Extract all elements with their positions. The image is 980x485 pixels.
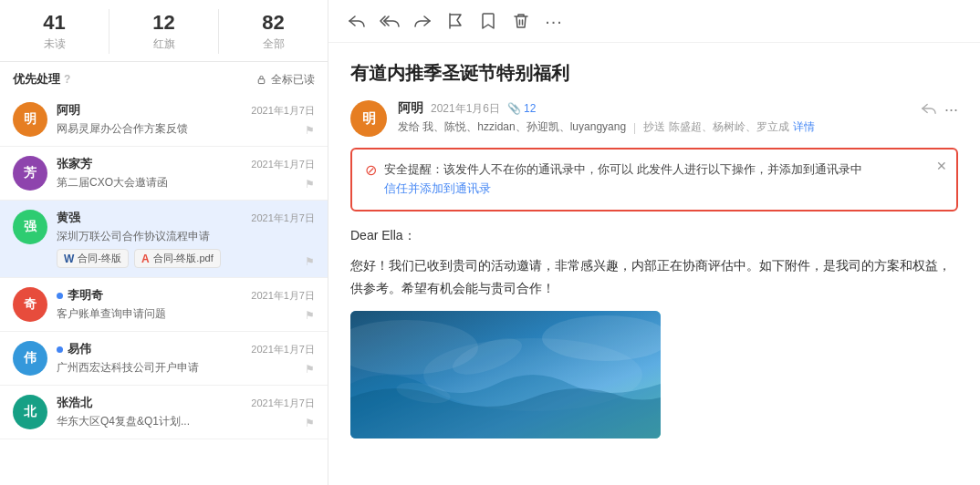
unread-dot-5 [57,346,63,353]
subject-3: 深圳万联公司合作协议流程申请 [57,229,315,244]
attachment-pdf[interactable]: A 合同-终版.pdf [134,249,221,268]
security-text: 安全提醒：该发件人不在你的通讯录中，你可以 此发件人进行以下操作，并添加到通讯录… [384,160,944,199]
flag-icon-5[interactable]: ⚑ [305,363,315,376]
email-meta: 明 阿明 2021年1月6日 📎 12 发给 我、陈悦、hzzidan、孙迎凯、… [350,100,958,137]
unread-label: 未读 [0,36,109,52]
email-item-6[interactable]: 北 张浩北 2021年1月7日 华东大区Q4复盘&Q1计划... ⚑ [0,386,328,439]
subject-2: 第二届CXO大会邀请函 [57,175,315,191]
forward-button[interactable] [409,7,436,35]
stats-bar: 41 未读 12 红旗 82 全部 [0,0,328,62]
detail-avatar: 明 [350,100,387,137]
stat-flagged[interactable]: 12 红旗 [109,9,218,54]
email-detail: 有道内推季圣诞节特别福利 明 阿明 2021年1月6日 📎 12 发给 我、陈悦… [328,43,980,485]
reply-all-icon [380,13,400,29]
avatar-2: 芳 [13,156,47,191]
avatar-4: 奇 [13,287,47,322]
attachment-pdf-name: 合同-终版.pdf [153,252,214,265]
toolbar: ··· [328,0,980,43]
body-text: 您好！我们已收到贵司的活动邀请，非常感兴趣，内部正在协商评估中。如下附件，是我司… [350,254,958,300]
email-content-6: 张浩北 2021年1月7日 华东大区Q4复盘&Q1计划... [57,395,315,429]
attachment-row-3: W 合同-终版 A 合同-终版.pdf [57,249,315,268]
flag-icon-4[interactable]: ⚑ [305,309,315,322]
body-greeting: Dear Ella： [350,224,958,247]
email-item-5[interactable]: 伟 易伟 2021年1月7日 广州西宏达科技公司开户申请 ⚑ [0,332,328,386]
flag-icon-3[interactable]: ⚑ [305,255,315,268]
sender-6: 张浩北 [57,395,92,411]
total-count: 82 [219,11,328,35]
detail-date: 2021年1月6日 [431,101,500,117]
security-close-button[interactable]: ✕ [936,159,947,173]
more-button[interactable]: ··· [540,7,568,35]
sender-1: 阿明 [57,102,80,119]
email-content-5: 易伟 2021年1月7日 广州西宏达科技公司开户申请 [57,341,315,376]
flag-icon-1[interactable]: ⚑ [305,124,315,137]
date-6: 2021年1月7日 [251,397,315,410]
stat-total[interactable]: 82 全部 [218,9,328,54]
right-panel: ··· 有道内推季圣诞节特别福利 明 阿明 2021年1月6日 📎 12 发给 … [328,0,980,485]
email-item-1[interactable]: 明 阿明 2021年1月7日 网易灵犀办公合作方案反馈 ⚑ [0,93,328,147]
subject-6: 华东大区Q4复盘&Q1计划... [57,414,315,429]
flag-toolbar-icon [448,13,463,29]
help-icon[interactable]: ? [64,73,70,86]
flag-button[interactable] [442,7,469,35]
avatar-5: 伟 [13,341,47,376]
email-item-3[interactable]: 强 黄强 2021年1月7日 深圳万联公司合作协议流程申请 W 合同-终版 A [0,201,328,278]
paperclip-icon: 📎 [507,102,521,115]
email-item-2[interactable]: 芳 张家芳 2021年1月7日 第二届CXO大会邀请函 ⚑ [0,147,328,201]
security-warning: ⊘ 安全提醒：该发件人不在你的通讯录中，你可以 此发件人进行以下操作，并添加到通… [350,148,958,212]
date-1: 2021年1月7日 [251,104,315,118]
detail-link[interactable]: 详情 [793,119,815,135]
sender-2: 张家芳 [57,156,92,172]
sender-5: 易伟 [57,341,91,357]
meta-info: 阿明 2021年1月6日 📎 12 发给 我、陈悦、hzzidan、孙迎凯、lu… [398,100,910,135]
detail-cc: 抄送 陈盛超、杨树岭、罗立成 [643,119,788,135]
lock-icon [255,74,267,86]
sender-3: 黄强 [57,210,80,226]
email-content-1: 阿明 2021年1月7日 网易灵犀办公合作方案反馈 [57,102,315,137]
trust-add-link[interactable]: 信任并添加到通讯录 [384,181,491,195]
email-content-2: 张家芳 2021年1月7日 第二届CXO大会邀请函 [57,156,315,191]
date-5: 2021年1月7日 [251,343,315,356]
email-body: Dear Ella： 您好！我们已收到贵司的活动邀请，非常感兴趣，内部正在协商评… [350,224,958,439]
reply-button[interactable] [343,7,370,35]
detail-reply-icon[interactable] [921,101,937,119]
mark-all-read-button[interactable]: 全标已读 [255,72,315,88]
flag-icon-2[interactable]: ⚑ [305,178,315,191]
email-content-3: 黄强 2021年1月7日 深圳万联公司合作协议流程申请 W 合同-终版 A 合同… [57,210,315,268]
avatar-3: 强 [13,210,47,244]
left-panel: 41 未读 12 红旗 82 全部 优先处理 ? 全标已读 明 [0,0,328,485]
delete-button[interactable] [507,7,535,35]
attachment-word[interactable]: W 合同-终版 [57,249,129,268]
attachment-word-name: 合同-终版 [78,252,121,265]
email-list: 明 阿明 2021年1月7日 网易灵犀办公合作方案反馈 ⚑ 芳 张家芳 [0,93,328,485]
detail-attachment-count: 📎 12 [507,102,536,115]
total-label: 全部 [219,36,328,52]
detail-recipients: 发给 我、陈悦、hzzidan、孙迎凯、luyangyang | 抄送 陈盛超、… [398,119,910,135]
flagged-label: 红旗 [109,36,218,52]
word-icon: W [64,253,74,265]
flag-icon-6[interactable]: ⚑ [305,417,315,429]
email-subject-title: 有道内推季圣诞节特别福利 [350,61,958,86]
section-header: 优先处理 ? 全标已读 [0,62,328,93]
meta-actions: ··· [921,100,958,119]
date-2: 2021年1月7日 [251,158,315,171]
svg-rect-0 [258,79,265,84]
email-content-4: 李明奇 2021年1月7日 客户账单查询申请问题 [57,287,315,322]
unread-dot-4 [57,293,63,299]
avatar-1: 明 [13,102,47,137]
email-image [350,311,661,439]
subject-5: 广州西宏达科技公司开户申请 [57,360,315,376]
flagged-count: 12 [109,11,218,35]
date-4: 2021年1月7日 [251,289,315,303]
forward-icon [413,13,432,29]
email-image-svg [350,311,661,439]
detail-more-button[interactable]: ··· [944,100,958,119]
reply-all-button[interactable] [376,7,403,35]
bookmark-button[interactable] [474,7,502,35]
stat-unread[interactable]: 41 未读 [0,9,109,54]
bookmark-icon [482,13,495,29]
sender-4: 李明奇 [57,287,103,304]
detail-sender-name: 阿明 [398,100,423,117]
email-item-4[interactable]: 奇 李明奇 2021年1月7日 客户账单查询申请问题 ⚑ [0,278,328,332]
reply-icon [348,13,366,29]
